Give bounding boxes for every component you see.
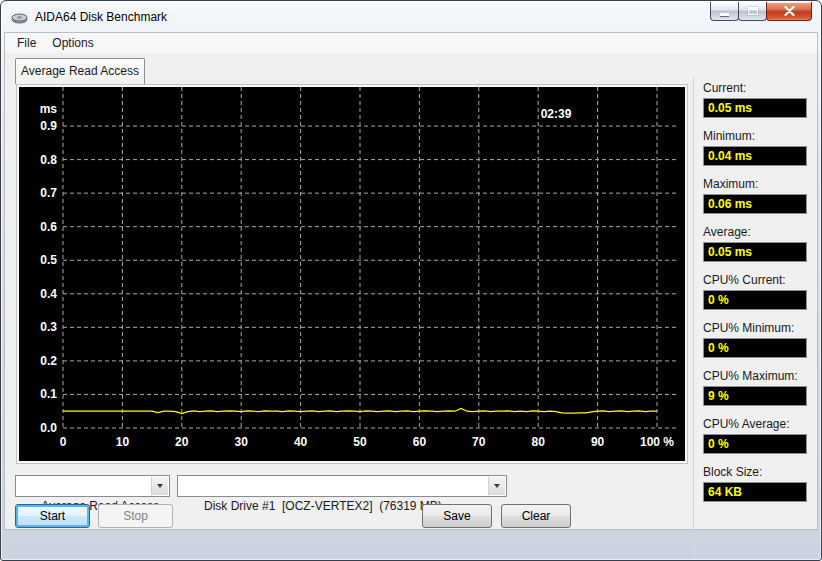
dropdown-button[interactable] [151, 477, 168, 495]
stat-value-box: 0.04 ms [703, 146, 807, 166]
chart-canvas: 0.00.10.20.30.40.50.60.70.80.9ms01020304… [19, 87, 685, 461]
stat-average: Average: 0.05 ms [703, 225, 815, 262]
benchmark-chart: 0.00.10.20.30.40.50.60.70.80.9ms01020304… [17, 85, 687, 463]
tab-average-read-access[interactable]: Average Read Access [15, 58, 145, 84]
maximize-button[interactable] [738, 2, 767, 21]
svg-text:0.6: 0.6 [40, 220, 57, 234]
minimize-icon [720, 13, 729, 16]
stat-value-box: 9 % [703, 386, 807, 406]
chevron-down-icon [157, 484, 163, 488]
app-window: AIDA64 Disk Benchmark File Options Avera… [0, 0, 822, 561]
svg-text:60: 60 [413, 435, 427, 449]
close-button[interactable] [766, 2, 812, 21]
stat-cpu-minimum: CPU% Minimum: 0 % [703, 321, 815, 358]
menu-bar: File Options [5, 33, 817, 53]
stat-label: Minimum: [703, 129, 815, 143]
svg-text:0.9: 0.9 [40, 119, 57, 133]
window-title: AIDA64 Disk Benchmark [35, 10, 167, 24]
stats-panel: Current: 0.05 ms Minimum: 0.04 ms Maximu… [693, 77, 815, 559]
svg-text:20: 20 [175, 435, 189, 449]
stat-label: Current: [703, 81, 815, 95]
stat-maximum: Maximum: 0.06 ms [703, 177, 815, 214]
stat-value-box: 0.05 ms [703, 98, 807, 118]
svg-text:ms: ms [40, 102, 58, 116]
stop-button[interactable]: Stop [98, 504, 173, 528]
chevron-down-icon [494, 484, 500, 488]
stat-minimum: Minimum: 0.04 ms [703, 129, 815, 166]
stat-label: CPU% Minimum: [703, 321, 815, 335]
svg-text:0.0: 0.0 [40, 421, 57, 435]
stat-cpu-average: CPU% Average: 0 % [703, 417, 815, 454]
dropdown-button[interactable] [488, 477, 505, 495]
menu-file[interactable]: File [9, 33, 44, 53]
stat-value-box: 0 % [703, 338, 807, 358]
stat-value-box: 64 KB [703, 482, 807, 502]
svg-text:0.5: 0.5 [40, 253, 57, 267]
stat-current: Current: 0.05 ms [703, 81, 815, 118]
benchmark-type-select[interactable]: Average Read Access [15, 475, 170, 497]
close-icon [784, 6, 795, 16]
stat-cpu-maximum: CPU% Maximum: 9 % [703, 369, 815, 406]
menu-options[interactable]: Options [44, 33, 101, 53]
stat-value-box: 0.05 ms [703, 242, 807, 262]
stat-label: CPU% Maximum: [703, 369, 815, 383]
disk-drive-select[interactable]: Disk Drive #1 [OCZ-VERTEX2] (76319 MB) [177, 475, 507, 497]
svg-text:90: 90 [591, 435, 605, 449]
stat-value-box: 0 % [703, 434, 807, 454]
svg-text:0.4: 0.4 [40, 287, 57, 301]
stat-label: Maximum: [703, 177, 815, 191]
svg-text:10: 10 [116, 435, 130, 449]
save-button[interactable]: Save [422, 504, 492, 528]
svg-text:70: 70 [472, 435, 486, 449]
svg-text:0.1: 0.1 [40, 387, 57, 401]
svg-text:40: 40 [294, 435, 308, 449]
start-button[interactable]: Start [15, 504, 90, 528]
stat-label: Block Size: [703, 465, 815, 479]
svg-text:0: 0 [60, 435, 67, 449]
svg-text:50: 50 [353, 435, 367, 449]
stat-label: CPU% Average: [703, 417, 815, 431]
maximize-icon [748, 7, 758, 15]
svg-text:100 %: 100 % [640, 435, 674, 449]
svg-text:0.3: 0.3 [40, 320, 57, 334]
clear-button[interactable]: Clear [501, 504, 571, 528]
stat-value-box: 0 % [703, 290, 807, 310]
stat-label: CPU% Current: [703, 273, 815, 287]
stat-block-size: Block Size: 64 KB [703, 465, 815, 502]
svg-text:02:39: 02:39 [541, 107, 572, 121]
svg-text:30: 30 [235, 435, 249, 449]
title-bar: AIDA64 Disk Benchmark [1, 1, 821, 32]
minimize-button[interactable] [710, 2, 739, 21]
svg-text:0.2: 0.2 [40, 354, 57, 368]
stat-label: Average: [703, 225, 815, 239]
svg-text:0.8: 0.8 [40, 153, 57, 167]
svg-text:0.7: 0.7 [40, 186, 57, 200]
disk-icon [11, 9, 28, 24]
disk-drive-value: Disk Drive #1 [OCZ-VERTEX2] (76319 MB) [204, 499, 442, 513]
stat-cpu-current: CPU% Current: 0 % [703, 273, 815, 310]
client-area: File Options Average Read Access 0.00.10… [4, 32, 818, 530]
stat-value-box: 0.06 ms [703, 194, 807, 214]
caption-buttons [711, 2, 812, 21]
svg-text:80: 80 [532, 435, 546, 449]
